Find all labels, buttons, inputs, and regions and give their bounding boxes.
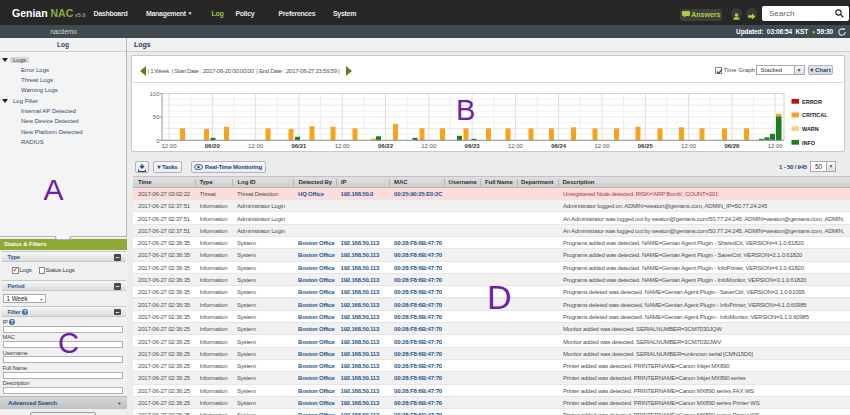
svg-text:06/21: 06/21 (291, 143, 307, 149)
svg-text:06/23: 06/23 (465, 143, 481, 149)
svg-text:06/20: 06/20 (205, 143, 221, 149)
svg-text:12:00: 12:00 (248, 143, 264, 149)
svg-text:12:00: 12:00 (161, 143, 177, 149)
svg-text:12:00: 12:00 (335, 143, 351, 149)
svg-text:12:00: 12:00 (508, 143, 524, 149)
svg-text:WARN: WARN (802, 126, 819, 132)
svg-text:INFO: INFO (802, 140, 816, 146)
svg-text:12:00: 12:00 (421, 143, 437, 149)
svg-text:12:00: 12:00 (681, 143, 697, 149)
svg-text:CRITICAL: CRITICAL (802, 112, 828, 118)
svg-text:100: 100 (149, 91, 160, 97)
svg-text:06/22: 06/22 (378, 143, 394, 149)
svg-text:06/25: 06/25 (638, 143, 654, 149)
svg-text:50: 50 (153, 114, 160, 120)
svg-text:ERROR: ERROR (802, 99, 822, 105)
svg-text:06/26: 06/26 (724, 143, 740, 149)
svg-text:12:00: 12:00 (768, 143, 784, 149)
svg-text:0: 0 (156, 138, 160, 144)
svg-text:06/24: 06/24 (551, 143, 567, 149)
svg-text:12:00: 12:00 (594, 143, 610, 149)
